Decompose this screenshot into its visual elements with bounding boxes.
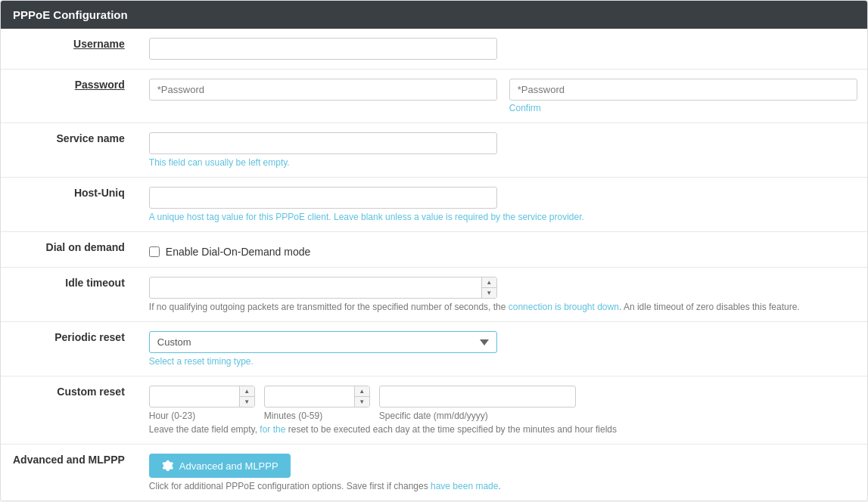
hour-input-wrap: ▲ ▼ xyxy=(149,386,255,407)
pppoe-config-panel: PPPoE Configuration Username Password xyxy=(0,0,868,501)
service-name-input[interactable] xyxy=(149,132,497,154)
minutes-down[interactable]: ▼ xyxy=(355,397,369,407)
custom-reset-row: Custom reset ▲ ▼ Hour (0-23) xyxy=(1,376,868,445)
confirm-label: Confirm xyxy=(509,103,857,113)
hour-down[interactable]: ▼ xyxy=(240,397,254,407)
username-row: Username xyxy=(1,29,868,70)
password-cell: Confirm xyxy=(137,70,868,123)
password-row: Password Confirm xyxy=(1,70,868,123)
host-uniq-cell: A unique host tag value for this PPPoE c… xyxy=(137,178,868,232)
service-name-hint: This field can usually be left empty. xyxy=(149,157,857,168)
advanced-label: Advanced and MLPPP xyxy=(1,445,137,501)
hour-field: ▲ ▼ Hour (0-23) xyxy=(149,386,255,421)
minutes-field: ▲ ▼ Minutes (0-59) xyxy=(264,386,370,421)
idle-timeout-label: Idle timeout xyxy=(1,268,137,322)
periodic-reset-hint: Select a reset timing type. xyxy=(149,356,857,367)
gear-icon xyxy=(161,460,173,472)
minutes-spinners: ▲ ▼ xyxy=(354,386,369,407)
advanced-button-label: Advanced and MLPPP xyxy=(179,460,278,472)
custom-reset-inputs: ▲ ▼ Hour (0-23) ▲ ▼ xyxy=(149,386,857,421)
idle-timeout-hint: If no qualifying outgoing packets are tr… xyxy=(149,302,857,312)
idle-timeout-up[interactable]: ▲ xyxy=(482,277,496,288)
minutes-label: Minutes (0-59) xyxy=(264,411,370,421)
idle-timeout-cell: ▲ ▼ If no qualifying outgoing packets ar… xyxy=(137,268,868,322)
username-label: Username xyxy=(1,29,137,70)
dial-on-demand-checkbox[interactable] xyxy=(149,246,160,257)
dial-on-demand-label: Dial on demand xyxy=(1,232,137,268)
password-label: Password xyxy=(1,70,137,123)
host-uniq-label: Host-Uniq xyxy=(1,178,137,232)
advanced-row: Advanced and MLPPP Advanced and MLPPP Cl… xyxy=(1,445,868,501)
idle-timeout-input[interactable] xyxy=(149,277,497,299)
custom-reset-cell: ▲ ▼ Hour (0-23) ▲ ▼ xyxy=(137,376,868,445)
host-uniq-row: Host-Uniq A unique host tag value for th… xyxy=(1,178,868,232)
host-uniq-hint: A unique host tag value for this PPPoE c… xyxy=(149,212,857,222)
minutes-up[interactable]: ▲ xyxy=(355,386,369,397)
password-confirm-input[interactable] xyxy=(509,79,857,101)
periodic-reset-row: Periodic reset Custom Daily Weekly Month… xyxy=(1,322,868,376)
service-name-row: Service name This field can usually be l… xyxy=(1,123,868,178)
password-input[interactable] xyxy=(149,79,497,101)
advanced-button[interactable]: Advanced and MLPPP xyxy=(149,454,291,478)
minutes-input-wrap: ▲ ▼ xyxy=(264,386,370,407)
date-label: Specific date (mm/dd/yyyy) xyxy=(379,411,576,421)
panel-title: PPPoE Configuration xyxy=(1,1,867,29)
custom-reset-label: Custom reset xyxy=(1,376,137,445)
custom-reset-hint: Leave the date field empty, for the rese… xyxy=(149,424,857,435)
hour-label: Hour (0-23) xyxy=(149,411,255,421)
hour-spinners: ▲ ▼ xyxy=(239,386,254,407)
advanced-hint: Click for additional PPPoE configuration… xyxy=(149,481,857,491)
date-input-wrap xyxy=(379,386,576,407)
dial-on-demand-checkbox-label: Enable Dial-On-Demand mode xyxy=(166,246,310,258)
password-col-2: Confirm xyxy=(509,79,857,113)
periodic-reset-label: Periodic reset xyxy=(1,322,137,376)
periodic-reset-select[interactable]: Custom Daily Weekly Monthly Disabled xyxy=(149,331,497,353)
username-input[interactable] xyxy=(149,38,497,60)
idle-timeout-row: Idle timeout ▲ ▼ If no qualifying outgoi… xyxy=(1,268,868,322)
dial-on-demand-row: Dial on demand Enable Dial-On-Demand mod… xyxy=(1,232,868,268)
service-name-cell: This field can usually be left empty. xyxy=(137,123,868,178)
config-form: Username Password Confirm xyxy=(1,29,868,500)
host-uniq-input[interactable] xyxy=(149,187,497,209)
idle-timeout-input-wrap: ▲ ▼ xyxy=(149,277,497,299)
service-name-label: Service name xyxy=(1,123,137,178)
idle-timeout-down[interactable]: ▼ xyxy=(482,288,496,298)
periodic-reset-cell: Custom Daily Weekly Monthly Disabled Sel… xyxy=(137,322,868,376)
advanced-cell: Advanced and MLPPP Click for additional … xyxy=(137,445,868,501)
dial-on-demand-checkbox-row: Enable Dial-On-Demand mode xyxy=(149,241,857,258)
date-input[interactable] xyxy=(379,386,576,407)
password-col-1 xyxy=(149,79,497,101)
password-inputs: Confirm xyxy=(149,79,857,113)
hour-up[interactable]: ▲ xyxy=(240,386,254,397)
idle-timeout-spinners: ▲ ▼ xyxy=(481,277,496,298)
username-cell xyxy=(137,29,868,70)
date-field: Specific date (mm/dd/yyyy) xyxy=(379,386,576,421)
dial-on-demand-cell: Enable Dial-On-Demand mode xyxy=(137,232,868,268)
